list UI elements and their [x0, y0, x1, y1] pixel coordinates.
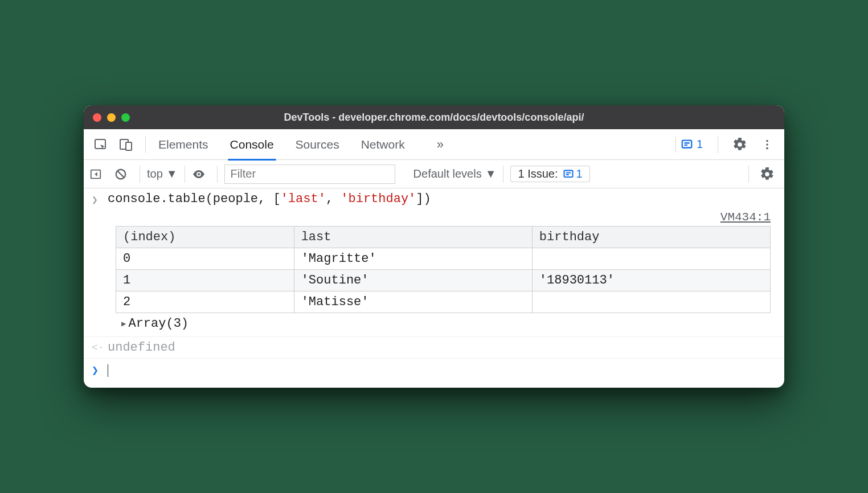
- console-toolbar: top ▼ Default levels ▼ 1 Issue: 1: [84, 160, 784, 188]
- output-chevron-icon: <·: [92, 340, 108, 354]
- col-birthday[interactable]: birthday: [532, 227, 770, 248]
- svg-point-5: [766, 143, 768, 146]
- svg-rect-3: [682, 140, 692, 147]
- cell-index: 0: [116, 248, 294, 270]
- svg-rect-2: [126, 142, 132, 150]
- table-row: 2 'Matisse': [116, 291, 771, 313]
- execution-context-selector[interactable]: top ▼: [147, 167, 178, 180]
- inspect-element-icon[interactable]: [89, 133, 112, 156]
- levels-label: Default levels: [413, 167, 482, 180]
- table-header-row: (index) last birthday: [116, 227, 771, 248]
- tab-console[interactable]: Console: [229, 129, 275, 160]
- live-expression-icon[interactable]: [192, 167, 210, 181]
- svg-point-6: [766, 147, 768, 149]
- cell-birthday: [532, 248, 770, 270]
- issues-label: 1 Issue:: [518, 167, 558, 180]
- tab-elements[interactable]: Elements: [157, 129, 210, 160]
- main-toolbar: Elements Console Sources Network » 1: [84, 129, 784, 160]
- more-menu-icon[interactable]: [756, 133, 779, 156]
- text-caret: [108, 364, 108, 377]
- issues-count: 1: [576, 167, 583, 180]
- separator: [748, 166, 749, 183]
- clear-console-icon[interactable]: [114, 168, 133, 180]
- array-summary[interactable]: ▶ Array(3): [116, 313, 776, 331]
- svg-rect-0: [95, 139, 105, 149]
- cell-last: 'Magritte': [294, 248, 532, 270]
- console-settings-icon[interactable]: [756, 163, 779, 186]
- logged-command: console.table(people, ['last', 'birthday…: [108, 192, 776, 206]
- cell-index: 1: [116, 270, 294, 291]
- table-row: 0 'Magritte': [116, 248, 771, 270]
- devtools-window: DevTools - developer.chrome.com/docs/dev…: [84, 105, 784, 388]
- window-title: DevTools - developer.chrome.com/docs/dev…: [84, 112, 784, 124]
- separator: [718, 136, 718, 153]
- console-table-output: (index) last birthday 0 'Magritte' 1 'So…: [84, 226, 784, 336]
- console-output: ❯ console.table(people, ['last', 'birthd…: [84, 188, 784, 388]
- separator: [145, 136, 146, 153]
- titlebar: DevTools - developer.chrome.com/docs/dev…: [84, 105, 784, 129]
- console-return-row: <· undefined: [84, 336, 784, 359]
- chevron-down-icon: ▼: [485, 167, 497, 180]
- svg-point-4: [766, 139, 768, 142]
- zoom-window-button[interactable]: [121, 113, 130, 122]
- device-toolbar-icon[interactable]: [114, 133, 137, 156]
- toggle-sidebar-icon[interactable]: [89, 168, 108, 180]
- cell-last: 'Matisse': [294, 291, 532, 313]
- issues-indicator[interactable]: 1: [675, 137, 707, 152]
- tab-sources[interactable]: Sources: [294, 129, 341, 160]
- panel-tabs: Elements Console Sources Network »: [157, 129, 444, 160]
- col-last[interactable]: last: [294, 227, 532, 248]
- minimize-window-button[interactable]: [107, 113, 116, 122]
- expand-triangle-icon[interactable]: ▶: [121, 319, 126, 328]
- more-tabs-icon[interactable]: »: [437, 137, 444, 152]
- source-link[interactable]: VM434:1: [84, 209, 784, 226]
- console-prompt[interactable]: ❯: [84, 359, 784, 388]
- separator: [217, 166, 218, 183]
- console-input-echo: ❯ console.table(people, ['last', 'birthd…: [84, 188, 784, 209]
- cell-last: 'Soutine': [294, 270, 532, 291]
- log-levels-selector[interactable]: Default levels ▼: [413, 167, 497, 180]
- console-table: (index) last birthday 0 'Magritte' 1 'So…: [116, 226, 771, 313]
- cell-birthday: [532, 291, 770, 313]
- settings-icon[interactable]: [728, 133, 751, 156]
- cell-birthday: '18930113': [532, 270, 770, 291]
- prompt-chevron-icon: ❯: [92, 363, 108, 377]
- chevron-down-icon: ▼: [166, 167, 178, 180]
- table-row: 1 'Soutine' '18930113': [116, 270, 771, 291]
- separator: [185, 166, 185, 183]
- svg-rect-10: [564, 170, 572, 177]
- context-label: top: [147, 167, 163, 180]
- issues-count: 1: [697, 138, 703, 151]
- svg-point-9: [198, 173, 200, 175]
- filter-input[interactable]: [224, 165, 395, 184]
- return-value: undefined: [108, 340, 776, 355]
- col-index[interactable]: (index): [116, 227, 294, 248]
- close-window-button[interactable]: [93, 113, 101, 122]
- issues-chip[interactable]: 1 Issue: 1: [510, 166, 589, 182]
- separator: [140, 166, 140, 183]
- tab-network[interactable]: Network: [360, 129, 406, 160]
- input-chevron-icon: ❯: [92, 192, 108, 206]
- array-summary-label: Array(3): [128, 317, 189, 331]
- window-controls: [93, 113, 130, 122]
- cell-index: 2: [116, 291, 294, 313]
- separator: [503, 166, 503, 183]
